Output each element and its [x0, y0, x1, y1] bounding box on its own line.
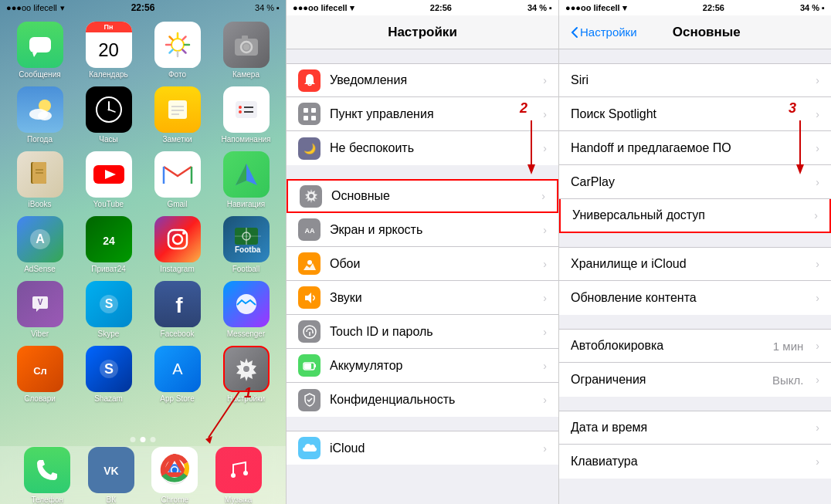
detail-restrictions[interactable]: Ограничения Выкл. › [559, 363, 831, 397]
control-icon [298, 103, 321, 125]
bgrefresh-label: Обновление контента [571, 291, 806, 305]
svg-marker-82 [305, 293, 311, 303]
settings-display[interactable]: AA Экран и яркость › [287, 213, 558, 247]
settings-group-siri: Siri › Поиск Spotlight › Handoff и предл… [559, 63, 831, 233]
svg-point-68 [172, 467, 178, 472]
status-time-1: 22:56 [131, 2, 155, 13]
app-slovari[interactable]: Сл Словари [9, 346, 70, 403]
datetime-label: Дата и время [571, 421, 806, 435]
app-instagram[interactable]: Instagram [147, 216, 208, 273]
app-icon-weather [17, 86, 63, 133]
app-photos[interactable]: Фото [147, 22, 208, 79]
display-label: Экран и яркость [330, 223, 534, 237]
svg-line-10 [169, 49, 172, 52]
app-settings[interactable]: Настройки [215, 346, 276, 403]
app-label-camera: Камера [232, 70, 259, 79]
detail-storage[interactable]: Хранилище и iCloud › [559, 247, 831, 281]
app-label-notes: Заметки [162, 135, 192, 144]
app-icon-notes [154, 86, 201, 133]
storage-label: Хранилище и iCloud [571, 257, 806, 271]
status-carrier: ●●●oo lifecell ▾ [6, 3, 65, 13]
app-label-reminders: Напоминания [222, 135, 271, 144]
app-icon-reminders [223, 86, 270, 133]
restrictions-label: Ограничения [571, 373, 763, 387]
detail-siri[interactable]: Siri › [559, 63, 831, 97]
app-skype[interactable]: S Skype [78, 281, 139, 338]
app-icon-appstore: A [154, 346, 201, 392]
app-label-facebook: Facebook [161, 330, 195, 338]
dock-label-vk: ВК [107, 496, 117, 504]
detail-autolock[interactable]: Автоблокировка 1 мин › [559, 329, 831, 363]
svg-point-57 [236, 294, 256, 314]
app-ibooks[interactable]: iBooks [9, 151, 70, 208]
app-icon-photos [154, 22, 201, 68]
settings-general[interactable]: Основные › [287, 179, 558, 213]
app-adsense[interactable]: A AdSense [9, 216, 70, 273]
app-privat24[interactable]: 24 Приват24 [78, 216, 139, 273]
detail-accessibility[interactable]: Универсальный доступ › [559, 199, 831, 233]
app-icon-instagram [154, 216, 201, 262]
app-shazam[interactable]: S Shazam [78, 346, 139, 403]
svg-rect-73 [304, 108, 308, 113]
app-messages[interactable]: Сообщения [9, 22, 70, 79]
svg-point-46 [173, 235, 182, 244]
svg-text:24: 24 [103, 235, 115, 247]
wallpaper-label: Обои [330, 257, 534, 271]
app-gmail[interactable]: Gmail [147, 151, 208, 208]
svg-text:V: V [37, 298, 42, 306]
app-icon-youtube [86, 151, 132, 198]
settings-notifications[interactable]: Уведомления › [287, 63, 558, 97]
status-bar-3: ●●●oo lifecell ▾ 22:56 34 % ▪ [559, 0, 831, 15]
settings-wallpaper[interactable]: Обои › [287, 247, 558, 281]
svg-point-13 [243, 44, 249, 50]
dock-music[interactable]: Музыка [215, 447, 262, 504]
accessibility-label: Универсальный доступ [572, 208, 805, 222]
app-clock[interactable]: Часы [78, 86, 139, 144]
settings-touchid[interactable]: Touch ID и пароль › [287, 315, 558, 349]
app-label-shazam: Shazam [94, 394, 123, 403]
app-navigation[interactable]: Навигация [215, 151, 276, 208]
detail-datetime[interactable]: Дата и время › [559, 411, 831, 445]
general-settings-list: Siri › Поиск Spotlight › Handoff и предл… [559, 49, 831, 504]
app-facebook[interactable]: f Facebook [147, 281, 208, 338]
app-calendar[interactable]: Пн 20 Календарь [78, 22, 139, 79]
detail-handoff[interactable]: Handoff и предлагаемое ПО › [559, 131, 831, 165]
general-label: Основные [331, 189, 532, 203]
app-messenger[interactable]: Messenger [215, 281, 276, 338]
dock-vk[interactable]: VK ВК [88, 447, 134, 504]
app-label-calendar: Календарь [89, 70, 127, 79]
detail-carplay[interactable]: CarPlay › [559, 165, 831, 199]
svg-text:A: A [172, 360, 183, 377]
app-viber[interactable]: V Viber [9, 281, 70, 338]
detail-bgrefresh[interactable]: Обновление контента › [559, 281, 831, 315]
settings-dnd[interactable]: 🌙 Не беспокоить › [287, 131, 558, 165]
app-reminders[interactable]: Напоминания [215, 86, 276, 144]
app-appstore[interactable]: A App Store [147, 346, 208, 403]
sounds-icon [298, 286, 321, 309]
settings-sounds[interactable]: Звуки › [287, 281, 558, 315]
app-football[interactable]: Football.ua Football [215, 216, 276, 273]
app-weather[interactable]: Погода [9, 86, 70, 144]
app-icon-privat24: 24 [86, 216, 132, 262]
dock-phone[interactable]: Телефон [24, 447, 70, 504]
dock-chrome[interactable]: Chrome [151, 447, 198, 504]
svg-rect-74 [311, 108, 316, 113]
svg-point-79 [309, 194, 314, 198]
svg-point-81 [307, 260, 312, 265]
battery-label: Аккумулятор [330, 359, 534, 373]
app-icon-calendar: Пн 20 [86, 22, 132, 68]
settings-control[interactable]: Пункт управления › [287, 97, 558, 131]
settings-battery[interactable]: Аккумулятор › [287, 349, 558, 383]
app-camera[interactable]: Камера [215, 22, 276, 79]
app-youtube[interactable]: YouTube [78, 151, 139, 208]
svg-rect-14 [242, 36, 248, 39]
detail-spotlight[interactable]: Поиск Spotlight › [559, 97, 831, 131]
settings-icloud[interactable]: iCloud › [287, 431, 558, 465]
back-button[interactable]: Настройки [571, 25, 637, 39]
settings-privacy[interactable]: Конфиденциальность › [287, 383, 558, 417]
app-notes[interactable]: Заметки [147, 86, 208, 144]
settings-nav-bar: Настройки [287, 15, 558, 49]
dnd-label: Не беспокоить [330, 141, 534, 155]
detail-keyboard[interactable]: Клавиатура › [559, 445, 831, 479]
touchid-label: Touch ID и пароль [330, 325, 534, 339]
